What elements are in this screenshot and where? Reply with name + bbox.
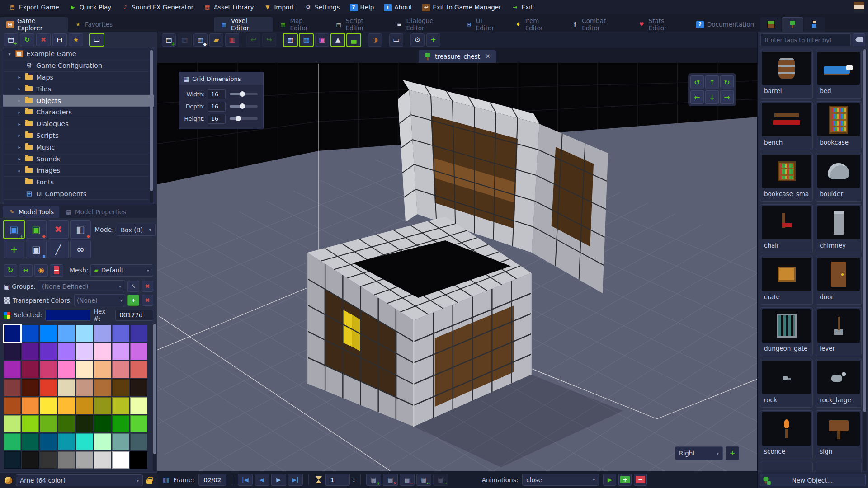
menu-item[interactable]: ▼ Import xyxy=(259,0,299,14)
model-action-button[interactable]: ↻ xyxy=(4,264,17,277)
palette-swatch[interactable] xyxy=(112,397,129,414)
palette-swatch[interactable] xyxy=(4,325,21,342)
palette-swatch[interactable] xyxy=(76,361,93,378)
tree-item[interactable]: ▸ Dialogues xyxy=(3,118,154,130)
palette-swatch[interactable] xyxy=(58,343,75,360)
tree-item[interactable]: Game Configuration xyxy=(3,60,154,72)
palette-swatch[interactable] xyxy=(130,415,147,432)
palette-swatch[interactable] xyxy=(4,397,21,414)
voxel-tool-button[interactable]: ▣ ◆ xyxy=(26,220,47,239)
viewport-toolbar-button[interactable]: ▦ xyxy=(299,33,313,47)
palette-select[interactable]: Arne (64 color) ▾ xyxy=(16,474,143,486)
viewport-toolbar-button[interactable]: ⚙ xyxy=(410,33,425,47)
frame-op-button[interactable]: ▤ → xyxy=(433,474,448,486)
expander-icon[interactable]: ▸ xyxy=(17,133,22,138)
palette-swatch[interactable] xyxy=(130,379,147,396)
nav-button[interactable]: → xyxy=(720,90,734,104)
frame-op-button[interactable]: ▤ + xyxy=(366,474,381,486)
viewport-toolbar-button[interactable]: ▰ xyxy=(209,33,223,47)
user-avatar-icon[interactable] xyxy=(854,2,864,13)
palette-swatch[interactable] xyxy=(22,397,39,414)
editor-tab[interactable]: ≡ Dialogue Editor xyxy=(389,17,459,32)
expander-icon[interactable]: ▸ xyxy=(17,168,22,173)
dimension-slider[interactable] xyxy=(230,117,258,120)
palette-swatch[interactable] xyxy=(94,361,111,378)
menu-item[interactable]: i About xyxy=(379,0,417,14)
expander-icon[interactable]: ▾ xyxy=(7,52,12,56)
frame-op-button[interactable]: ▤ ← xyxy=(416,474,431,486)
tag-filter-button[interactable] xyxy=(853,33,865,46)
viewport-toolbar-button[interactable]: ↪ xyxy=(262,33,276,47)
editor-tab[interactable]: ▦ Map Editor xyxy=(273,17,328,32)
object-card[interactable]: bed xyxy=(816,50,862,99)
palette-swatch[interactable] xyxy=(4,415,21,432)
tree-item[interactable]: ▸ Sounds xyxy=(3,153,154,165)
voxel-tool-button[interactable]: ✖ xyxy=(48,220,69,239)
palette-swatch[interactable] xyxy=(112,379,129,396)
object-card[interactable]: door xyxy=(816,256,862,305)
expander-icon[interactable]: ▸ xyxy=(17,145,22,150)
object-card[interactable]: bench xyxy=(760,101,813,150)
menu-item[interactable]: ⚙ Settings xyxy=(299,0,344,14)
viewport-toolbar-button[interactable]: ◑ xyxy=(368,33,382,47)
palette-swatch[interactable] xyxy=(112,325,129,342)
object-card[interactable]: rock_large xyxy=(816,359,862,408)
palette-swatch[interactable] xyxy=(112,343,129,360)
nav-button[interactable]: ← xyxy=(690,90,704,104)
tree-scrollbar[interactable] xyxy=(150,49,153,203)
menu-item[interactable]: ↩ Exit to Game Manager xyxy=(417,0,506,14)
palette-swatch[interactable] xyxy=(130,343,147,360)
viewport-toolbar-button[interactable]: ▦ xyxy=(178,33,192,47)
editor-tab[interactable]: ♦ Item Editor xyxy=(508,17,565,32)
palette-swatch[interactable] xyxy=(58,397,75,414)
palette-swatch[interactable] xyxy=(130,451,147,469)
tree-item[interactable]: Fonts xyxy=(3,177,154,188)
palette-swatch[interactable] xyxy=(94,433,111,450)
palette-swatch[interactable] xyxy=(112,415,129,432)
tree-item[interactable]: ▸ Images xyxy=(3,165,154,177)
editor-tab[interactable]: ♥ Stats Editor xyxy=(632,17,690,32)
object-card[interactable]: chair xyxy=(760,204,813,253)
palette-swatch[interactable] xyxy=(94,343,111,360)
object-card[interactable]: chimney xyxy=(816,204,862,253)
palette-swatch[interactable] xyxy=(40,433,57,450)
viewport-toolbar-button[interactable]: ▦ xyxy=(283,33,297,47)
palette-swatch[interactable] xyxy=(94,379,111,396)
palette-swatch[interactable] xyxy=(22,379,39,396)
dimension-value-input[interactable]: 16 xyxy=(208,102,226,112)
palette-swatch[interactable] xyxy=(22,325,39,342)
frame-op-button[interactable]: ▤ − xyxy=(400,474,415,486)
delete-group-button[interactable]: ✖ xyxy=(142,281,153,292)
explorer-toolbar-button[interactable]: ▭ xyxy=(90,33,104,46)
menu-item[interactable]: ▦ Asset Library xyxy=(198,0,259,14)
palette-swatch[interactable] xyxy=(22,361,39,378)
palette-swatch[interactable] xyxy=(130,361,147,378)
object-card[interactable]: crate xyxy=(760,256,813,305)
palette-swatch[interactable] xyxy=(58,433,75,450)
remove-transparent-color-button[interactable]: ✖ xyxy=(142,295,153,306)
workspace-tab[interactable]: ★ Favorites xyxy=(68,17,119,32)
model-action-button[interactable]: ◉ xyxy=(34,264,48,277)
palette-swatch[interactable] xyxy=(94,325,111,342)
palette-swatch[interactable] xyxy=(94,397,111,414)
editor-tab[interactable]: ▦ Voxel Editor xyxy=(214,17,273,32)
model-action-button[interactable]: − xyxy=(50,264,63,277)
palette-swatch[interactable] xyxy=(130,325,147,342)
viewport-toolbar-button[interactable]: ▣ xyxy=(315,33,329,47)
palette-swatch[interactable] xyxy=(4,361,21,378)
tab-model-tools[interactable]: ✎ Model Tools xyxy=(3,206,59,218)
voxel-tool-button[interactable]: ▣ ▪ xyxy=(26,240,47,258)
slider-thumb[interactable] xyxy=(240,91,245,97)
slider-thumb[interactable] xyxy=(236,116,241,121)
viewport-toolbar-button[interactable]: ▭ xyxy=(389,33,403,47)
tree-item[interactable]: ▸ Maps xyxy=(3,72,154,84)
object-card[interactable]: lever xyxy=(816,307,862,356)
animation-dropdown[interactable]: close ▾ xyxy=(522,474,599,486)
palette-swatch[interactable] xyxy=(112,361,129,378)
tree-item[interactable]: ▸ Characters xyxy=(3,107,154,118)
object-card[interactable]: bookcase xyxy=(816,101,862,150)
viewport-toolbar-button[interactable]: ▄ xyxy=(347,33,361,47)
object-card[interactable]: boulder xyxy=(816,153,862,202)
mode-dropdown[interactable]: Box (B) ▾ xyxy=(117,224,156,236)
expander-icon[interactable]: ▸ xyxy=(17,98,22,103)
